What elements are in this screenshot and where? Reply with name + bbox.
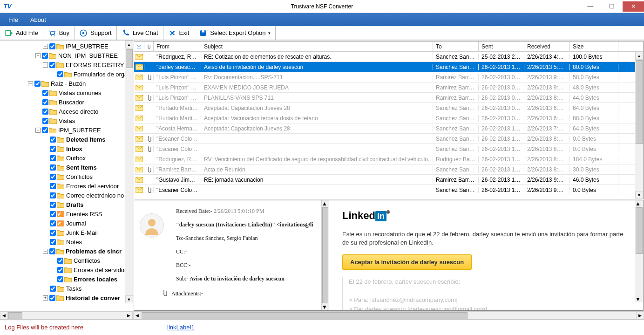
tree-checkbox[interactable] (50, 174, 56, 180)
scroll-down-icon[interactable]: ▼ (322, 304, 329, 310)
column-to[interactable]: To (433, 41, 479, 51)
scroll-down-icon[interactable]: ▼ (635, 296, 643, 302)
tree-checkbox[interactable] (50, 192, 56, 198)
scroll-thumb[interactable] (142, 312, 468, 319)
tree-row[interactable]: −EFORMS REGISTRY (0, 60, 133, 69)
tree-checkbox[interactable] (34, 81, 41, 87)
tree-row[interactable]: Acceso directo (0, 107, 133, 116)
tree-row[interactable]: Inbox (0, 144, 133, 153)
tree-row[interactable]: Junk E-Mail (0, 228, 133, 237)
tree-checkbox[interactable] (50, 183, 56, 189)
body-vertical-scrollbar[interactable]: ▲ ▼ (635, 200, 643, 302)
tree-row[interactable]: −Problemas de sincr (0, 246, 133, 256)
scroll-down-icon[interactable]: ▼ (125, 295, 133, 303)
menu-about[interactable]: About (25, 14, 52, 25)
tree-row[interactable]: Buscador (0, 97, 133, 107)
tree-row[interactable]: Sent Items (0, 163, 133, 172)
minimize-button[interactable]: — (580, 1, 601, 12)
status-link[interactable]: linkLabel1 (167, 324, 195, 331)
scroll-left-icon[interactable]: ◀ (0, 312, 8, 320)
tree-checkbox[interactable] (42, 53, 48, 59)
tree-checkbox[interactable] (50, 230, 56, 236)
tree-expander-icon[interactable]: − (35, 53, 41, 58)
email-row[interactable]: "Gustavo Jimene...RE: jornada vacunacion… (134, 175, 643, 185)
tree-checkbox[interactable] (50, 202, 56, 208)
grid-vertical-scrollbar[interactable]: ▲ ▼ (635, 52, 643, 199)
scroll-left-icon[interactable]: ◀ (133, 312, 141, 320)
tree-expander-icon[interactable]: + (43, 295, 48, 301)
close-button[interactable]: ✕ (623, 1, 644, 12)
scroll-thumb[interactable] (322, 207, 328, 303)
column-from[interactable]: From (154, 41, 201, 51)
tree-checkbox[interactable] (57, 276, 63, 282)
tree-checkbox[interactable] (49, 295, 55, 301)
tree-row[interactable]: Errores del servidor (0, 181, 133, 191)
tree-expander-icon[interactable]: − (35, 128, 41, 133)
exit-button[interactable]: Exit (163, 26, 195, 40)
tree-row[interactable]: −NON_IPM_SUBTREE (0, 51, 133, 60)
scroll-thumb[interactable] (636, 207, 643, 254)
tree-row[interactable]: Errores del servidor (0, 265, 133, 274)
email-row[interactable]: "Escaner Colomb...Sanchez Sanche...26-02… (134, 144, 643, 154)
scroll-up-icon[interactable]: ▲ (125, 41, 133, 48)
tree-checkbox[interactable] (42, 127, 48, 133)
tree-row[interactable]: −IPM_SUBTREE (0, 125, 133, 135)
tree-checkbox[interactable] (50, 164, 56, 171)
tree-checkbox[interactable] (49, 248, 55, 254)
column-received[interactable]: Received (524, 41, 570, 51)
scroll-thumb[interactable] (8, 312, 22, 319)
tree-expander-icon[interactable]: − (43, 62, 48, 68)
tree-checkbox[interactable] (42, 118, 48, 124)
scroll-thumb[interactable] (126, 49, 133, 68)
preview-horizontal-scrollbar[interactable]: ◀ ▶ (133, 311, 644, 319)
email-row[interactable]: "Luis Pinzon" <lui...EXAMEN MEDICO JOSE … (134, 82, 643, 93)
tree-row[interactable]: Outbox (0, 153, 133, 163)
buy-button[interactable]: Buy (43, 26, 75, 40)
tree-row[interactable]: Vistas (0, 116, 133, 125)
email-row[interactable]: "Hurtado Martine...Aceptada: Vacunacion … (134, 113, 643, 123)
column-envelope-icon[interactable] (134, 41, 144, 51)
tree-checkbox[interactable] (50, 239, 56, 245)
scroll-right-icon[interactable]: ▶ (125, 312, 133, 320)
email-row[interactable]: "Ramirez Barrera,...Acta de ReuniónSanch… (134, 164, 643, 175)
email-row[interactable]: "Acosta Hernand...Aceptada: Capacitacion… (134, 123, 643, 134)
accept-invitation-button[interactable]: Aceptar la invitación de darley suescun (342, 254, 472, 270)
menu-file[interactable]: File (3, 14, 24, 25)
tree-row[interactable]: Fuentes RSS (0, 209, 133, 219)
tree-row[interactable]: +Historial de conver (0, 293, 133, 302)
tree-expander-icon[interactable]: − (43, 249, 48, 254)
header-pane-scrollbar[interactable]: ▲ ▼ (321, 200, 329, 310)
tree-expander-icon[interactable]: − (43, 44, 48, 49)
folder-tree[interactable]: −IPM_SUBTREE−NON_IPM_SUBTREE−EFORMS REGI… (0, 41, 133, 303)
tree-checkbox[interactable] (42, 90, 48, 96)
tree-vertical-scrollbar[interactable]: ▲ ▼ (125, 41, 133, 303)
select-export-button[interactable]: Select Export Option ▾ (194, 26, 276, 40)
tree-row[interactable]: Tasks (0, 284, 133, 293)
maximize-button[interactable]: ☐ (601, 1, 623, 12)
email-row[interactable]: "Rodriguez, Roci...RE: Cotizacion de ele… (134, 52, 643, 62)
tree-checkbox[interactable] (50, 155, 56, 161)
tree-checkbox[interactable] (50, 146, 56, 152)
tree-checkbox[interactable] (50, 220, 56, 226)
tree-row[interactable]: Correo electrónico no (0, 191, 133, 200)
tree-row[interactable]: Errores locales (0, 274, 133, 284)
live-chat-button[interactable]: Live Chat (117, 26, 163, 40)
tree-checkbox[interactable] (50, 286, 56, 292)
tree-checkbox[interactable] (42, 99, 48, 105)
email-row[interactable]: "Escaner Colomb...Sanchez Sanche...26-02… (134, 134, 643, 144)
tree-row[interactable]: −IPM_SUBTREE (0, 41, 133, 51)
add-file-button[interactable]: Add File (0, 26, 43, 40)
tree-checkbox[interactable] (57, 71, 63, 77)
scroll-right-icon[interactable]: ▶ (636, 312, 644, 320)
tree-row[interactable]: Conflictos (0, 256, 133, 265)
email-row[interactable]: "Luis Pinzon" <lui...Rv: Documentacion..… (134, 72, 643, 82)
tree-checkbox[interactable] (49, 43, 55, 49)
scroll-up-icon[interactable]: ▲ (635, 52, 643, 60)
tree-checkbox[interactable] (57, 258, 63, 264)
scroll-up-icon[interactable]: ▲ (322, 200, 329, 207)
tree-horizontal-scrollbar[interactable]: ◀ ▶ (0, 311, 133, 319)
email-row[interactable]: "Luis Pinzon" <lui...PLANILLAS VANS SPS … (134, 93, 643, 103)
email-row[interactable]: "Rodriguez, Roci...RV: Vencimiento del C… (134, 154, 643, 164)
tree-expander-icon[interactable]: − (28, 81, 33, 86)
tree-row[interactable]: Deleted Items (0, 135, 133, 144)
